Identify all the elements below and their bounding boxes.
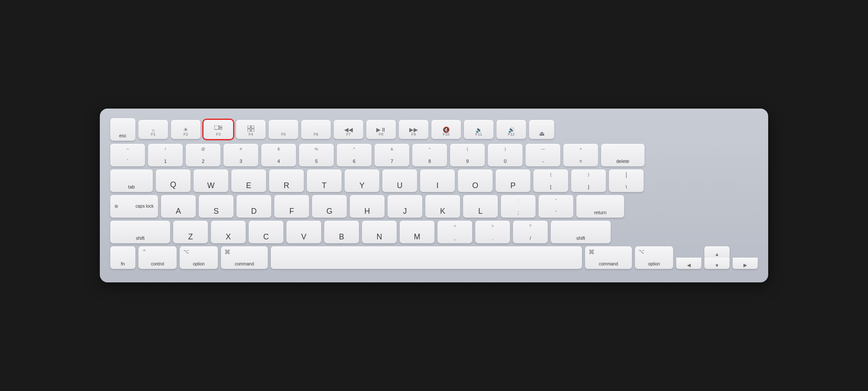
key-o[interactable]: O bbox=[458, 169, 493, 192]
svg-rect-3 bbox=[247, 126, 250, 128]
key-option-right[interactable]: ⌥ option bbox=[635, 246, 673, 269]
svg-rect-0 bbox=[214, 126, 219, 129]
key-shift-right[interactable]: shift bbox=[551, 221, 611, 243]
key-fn[interactable]: fn bbox=[110, 246, 135, 269]
key-7[interactable]: & 7 bbox=[375, 144, 409, 166]
key-open-bracket[interactable]: { [ bbox=[533, 169, 568, 192]
key-f7[interactable]: ◀◀ F7 bbox=[334, 120, 363, 139]
key-f4[interactable]: F4 bbox=[236, 120, 266, 139]
key-comma[interactable]: < , bbox=[437, 221, 472, 243]
key-b[interactable]: B bbox=[324, 221, 359, 243]
key-e[interactable]: E bbox=[231, 169, 266, 192]
key-z[interactable]: Z bbox=[173, 221, 208, 243]
key-w[interactable]: W bbox=[194, 169, 228, 192]
qwerty-row: tab Q W E R T Y U I O P bbox=[110, 169, 758, 192]
key-v[interactable]: V bbox=[286, 221, 321, 243]
key-esc[interactable]: esc bbox=[110, 118, 135, 141]
key-r[interactable]: R bbox=[269, 169, 304, 192]
keyboard: esc ☼ F1 ☀ F2 F3 bbox=[100, 109, 768, 282]
key-option-left[interactable]: ⌥ option bbox=[180, 246, 218, 269]
key-command-left[interactable]: ⌘ command bbox=[221, 246, 268, 269]
key-control-left[interactable]: ⌃ control bbox=[138, 246, 177, 269]
key-3[interactable]: # 3 bbox=[224, 144, 258, 166]
key-f9[interactable]: ▶▶ F9 bbox=[399, 120, 428, 139]
key-c[interactable]: C bbox=[249, 221, 283, 243]
key-h[interactable]: H bbox=[350, 195, 385, 218]
key-5[interactable]: % 5 bbox=[299, 144, 334, 166]
key-p[interactable]: P bbox=[496, 169, 530, 192]
key-j[interactable]: J bbox=[388, 195, 422, 218]
zxcv-row: shift Z X C V B N M < , > . bbox=[110, 221, 758, 243]
key-delete[interactable]: delete bbox=[601, 144, 644, 166]
key-period[interactable]: > . bbox=[475, 221, 510, 243]
key-f5[interactable]: F5 bbox=[269, 120, 298, 139]
key-i[interactable]: I bbox=[420, 169, 455, 192]
key-t[interactable]: T bbox=[307, 169, 342, 192]
key-f10[interactable]: 🔇 F10 bbox=[431, 120, 461, 139]
key-caps-lock[interactable]: caps lock bbox=[110, 195, 158, 218]
key-arrow-down[interactable]: ▼ bbox=[704, 258, 730, 269]
svg-rect-2 bbox=[220, 128, 222, 130]
arrow-cluster: ▲ ◀ ▼ ▶ bbox=[676, 246, 758, 269]
function-row: esc ☼ F1 ☀ F2 F3 bbox=[110, 118, 758, 141]
key-arrow-left[interactable]: ◀ bbox=[676, 258, 701, 269]
key-space[interactable] bbox=[271, 246, 582, 269]
key-6[interactable]: ^ 6 bbox=[337, 144, 372, 166]
bottom-row: fn ⌃ control ⌥ option ⌘ command ⌘ comman… bbox=[110, 246, 758, 269]
key-command-right[interactable]: ⌘ command bbox=[585, 246, 632, 269]
asdf-row: caps lock A S D F G H J K L : ; bbox=[110, 195, 758, 218]
key-semicolon[interactable]: : ; bbox=[501, 195, 536, 218]
key-m[interactable]: M bbox=[400, 221, 434, 243]
key-backslash[interactable]: | \ bbox=[609, 169, 644, 192]
key-l[interactable]: L bbox=[463, 195, 498, 218]
key-equals[interactable]: + = bbox=[563, 144, 598, 166]
key-0[interactable]: ) 0 bbox=[488, 144, 523, 166]
key-f2[interactable]: ☀ F2 bbox=[171, 120, 201, 139]
key-s[interactable]: S bbox=[199, 195, 233, 218]
svg-rect-1 bbox=[220, 126, 222, 127]
key-minus[interactable]: — - bbox=[526, 144, 560, 166]
key-8[interactable]: * 8 bbox=[412, 144, 447, 166]
key-y[interactable]: Y bbox=[345, 169, 379, 192]
key-a[interactable]: A bbox=[161, 195, 196, 218]
number-row: ~ ` ! 1 @ 2 # 3 $ 4 % 5 ^ 6 & 7 bbox=[110, 144, 758, 166]
key-k[interactable]: K bbox=[425, 195, 460, 218]
svg-rect-6 bbox=[251, 129, 254, 132]
key-f6[interactable]: F6 bbox=[301, 120, 331, 139]
svg-rect-4 bbox=[251, 126, 254, 128]
key-tab[interactable]: tab bbox=[110, 169, 153, 192]
key-f3[interactable]: F3 bbox=[204, 120, 233, 139]
key-close-bracket[interactable]: } ] bbox=[571, 169, 606, 192]
svg-rect-5 bbox=[247, 129, 250, 132]
key-tilde[interactable]: ~ ` bbox=[110, 144, 145, 166]
key-9[interactable]: ( 9 bbox=[450, 144, 485, 166]
key-n[interactable]: N bbox=[362, 221, 397, 243]
key-f12[interactable]: 🔊 F12 bbox=[496, 120, 526, 139]
key-4[interactable]: $ 4 bbox=[261, 144, 296, 166]
key-1[interactable]: ! 1 bbox=[148, 144, 183, 166]
key-u[interactable]: U bbox=[382, 169, 417, 192]
key-f8[interactable]: ▶⏸ F8 bbox=[366, 120, 396, 139]
key-shift-left[interactable]: shift bbox=[110, 221, 170, 243]
key-eject[interactable]: ⏏ bbox=[529, 120, 554, 139]
key-arrow-right[interactable]: ▶ bbox=[733, 258, 758, 269]
key-f[interactable]: F bbox=[274, 195, 309, 218]
key-2[interactable]: @ 2 bbox=[186, 144, 220, 166]
key-quote[interactable]: " ' bbox=[539, 195, 573, 218]
key-arrow-up[interactable]: ▲ bbox=[704, 246, 730, 258]
key-q[interactable]: Q bbox=[156, 169, 191, 192]
key-x[interactable]: X bbox=[211, 221, 246, 243]
key-g[interactable]: G bbox=[312, 195, 347, 218]
key-d[interactable]: D bbox=[237, 195, 271, 218]
key-slash[interactable]: ? / bbox=[513, 221, 548, 243]
key-return[interactable]: return bbox=[576, 195, 624, 218]
key-f1[interactable]: ☼ F1 bbox=[138, 120, 168, 139]
key-f11[interactable]: 🔉 F11 bbox=[464, 120, 493, 139]
